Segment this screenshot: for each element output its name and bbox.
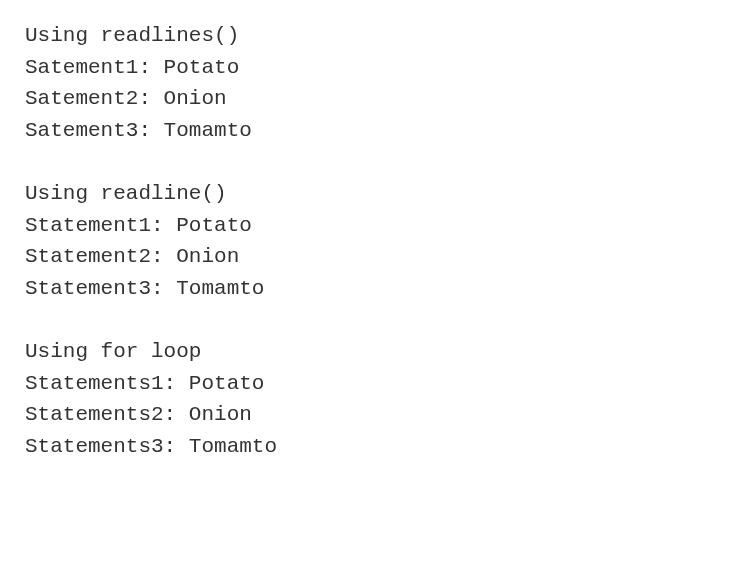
output-line: Satement1: Potato xyxy=(25,52,712,84)
output-line: Satement2: Onion xyxy=(25,83,712,115)
output-line: Statement2: Onion xyxy=(25,241,712,273)
block-header: Using for loop xyxy=(25,336,712,368)
output-line: Statements3: Tomamto xyxy=(25,431,712,463)
output-line: Statement1: Potato xyxy=(25,210,712,242)
output-block-readlines: Using readlines() Satement1: Potato Sate… xyxy=(25,20,712,146)
output-line: Satement3: Tomamto xyxy=(25,115,712,147)
output-block-forloop: Using for loop Statements1: Potato State… xyxy=(25,336,712,462)
output-line: Statements1: Potato xyxy=(25,368,712,400)
block-header: Using readline() xyxy=(25,178,712,210)
output-line: Statements2: Onion xyxy=(25,399,712,431)
block-header: Using readlines() xyxy=(25,20,712,52)
output-block-readline: Using readline() Statement1: Potato Stat… xyxy=(25,178,712,304)
output-line: Statement3: Tomamto xyxy=(25,273,712,305)
